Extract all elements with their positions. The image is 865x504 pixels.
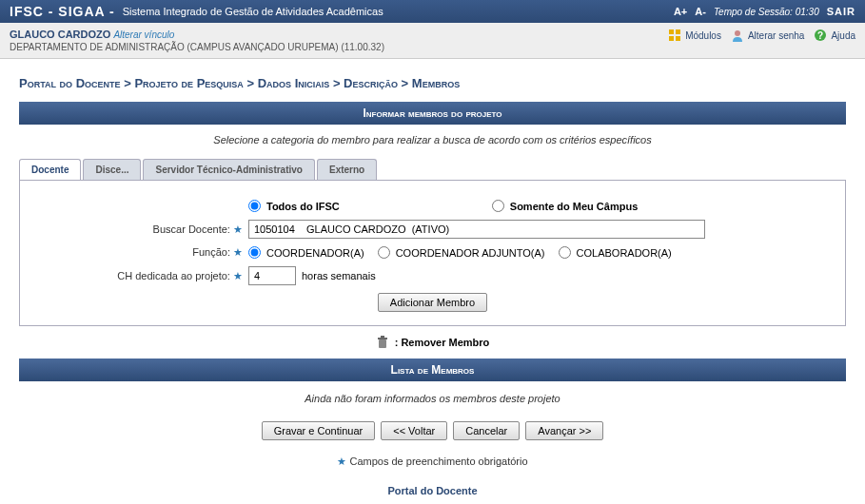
legend-bar: : Remover Membro — [19, 326, 846, 359]
search-docente-input[interactable] — [248, 220, 705, 239]
role-colab-label: COLABORADOR(A) — [577, 247, 672, 259]
svg-rect-3 — [676, 36, 680, 41]
section-title-bar: Informar membros do projeto — [19, 102, 846, 125]
search-panel: Todos do IFSC Somente do Meu Câmpus Busc… — [19, 181, 846, 326]
help-icon: ? — [814, 29, 827, 42]
user-dept: DEPARTAMENTO DE ADMINISTRAÇÃO (CAMPUS AV… — [10, 42, 668, 52]
category-tabs: Docente Disce... Servidor Técnico-Admini… — [19, 159, 846, 181]
svg-point-4 — [735, 30, 740, 36]
role-coord-label: COORDENADOR(A) — [266, 247, 364, 259]
trash-icon — [376, 336, 389, 349]
save-continue-button[interactable]: Gravar e Continuar — [262, 421, 376, 440]
svg-rect-1 — [676, 29, 680, 34]
search-label: Buscar Docente: — [153, 223, 230, 235]
scope-mine-radio[interactable] — [492, 200, 504, 212]
password-button[interactable]: Alterar senha — [731, 29, 804, 42]
modules-label: Módulos — [685, 30, 721, 41]
portal-link-row: Portal do Docente — [19, 479, 846, 502]
role-coord-radio[interactable] — [248, 246, 261, 259]
modules-icon — [668, 29, 681, 42]
password-label: Alterar senha — [748, 30, 804, 41]
svg-rect-2 — [669, 36, 674, 41]
portal-docente-link[interactable]: Portal do Docente — [387, 485, 477, 496]
mandatory-note: ★ Campos de preenchimento obrigatório — [19, 444, 846, 479]
role-colab-radio[interactable] — [559, 246, 571, 259]
tab-externo[interactable]: Externo — [317, 159, 377, 180]
back-button[interactable]: << Voltar — [381, 421, 447, 440]
list-title-bar: Lista de Membros — [19, 359, 846, 381]
add-member-button[interactable]: Adicionar Membro — [378, 293, 487, 312]
session-label: Tempo de Sessão: 01:30 — [714, 7, 819, 17]
svg-rect-0 — [669, 29, 674, 34]
user-name: GLAUCO CARDOZO — [10, 29, 110, 40]
modules-button[interactable]: Módulos — [668, 29, 721, 42]
scope-mine-option[interactable]: Somente do Meu Câmpus — [492, 200, 638, 212]
svg-text:?: ? — [817, 30, 823, 41]
font-decrease-button[interactable]: A- — [695, 6, 706, 17]
role-adj-option[interactable]: COORDENADOR ADJUNTO(A) — [378, 246, 545, 259]
user-icon — [731, 29, 744, 42]
scope-all-radio[interactable] — [248, 200, 261, 212]
action-button-row: Gravar e Continuar << Voltar Cancelar Av… — [19, 416, 846, 444]
svg-rect-7 — [379, 339, 386, 348]
empty-list-message: Ainda não foram informados os membros de… — [19, 381, 846, 416]
font-increase-button[interactable]: A+ — [674, 6, 687, 17]
role-adj-label: COORDENADOR ADJUNTO(A) — [396, 247, 545, 259]
tab-discente[interactable]: Disce... — [83, 159, 141, 180]
role-coord-option[interactable]: COORDENADOR(A) — [248, 246, 364, 259]
scope-all-option[interactable]: Todos do IFSC — [248, 200, 340, 212]
ch-hours-input[interactable] — [248, 266, 296, 285]
tab-docente[interactable]: Docente — [19, 159, 81, 180]
scope-mine-label: Somente do Meu Câmpus — [510, 201, 638, 212]
ch-label: CH dedicada ao projeto: — [117, 270, 230, 281]
user-bar: GLAUCO CARDOZO Alterar vínculo DEPARTAME… — [0, 23, 865, 59]
role-adj-radio[interactable] — [378, 246, 390, 259]
cancel-button[interactable]: Cancelar — [453, 421, 520, 440]
section-instruction: Selecione a categoria do membro para rea… — [19, 125, 846, 155]
app-subtitle: Sistema Integrado de Gestão de Atividade… — [123, 6, 383, 17]
svg-rect-8 — [378, 338, 387, 339]
svg-rect-9 — [381, 336, 384, 338]
change-link[interactable]: Alterar vínculo — [113, 29, 174, 40]
help-label: Ajuda — [831, 30, 855, 41]
next-button[interactable]: Avançar >> — [525, 421, 603, 440]
breadcrumb: Portal do Docente > Projeto de Pesquisa … — [19, 76, 846, 90]
tab-servidor[interactable]: Servidor Técnico-Administrativo — [143, 159, 314, 180]
role-label: Função: — [192, 246, 230, 258]
role-colab-option[interactable]: COLABORADOR(A) — [559, 246, 672, 259]
logout-button[interactable]: SAIR — [827, 6, 855, 17]
legend-remove-label: : Remover Membro — [395, 337, 490, 348]
scope-all-label: Todos do IFSC — [266, 201, 340, 212]
app-title: IFSC - SIGAA - — [10, 4, 115, 19]
help-button[interactable]: ? Ajuda — [814, 29, 855, 42]
ch-suffix: horas semanais — [302, 270, 376, 281]
top-header: IFSC - SIGAA - Sistema Integrado de Gest… — [0, 0, 865, 23]
